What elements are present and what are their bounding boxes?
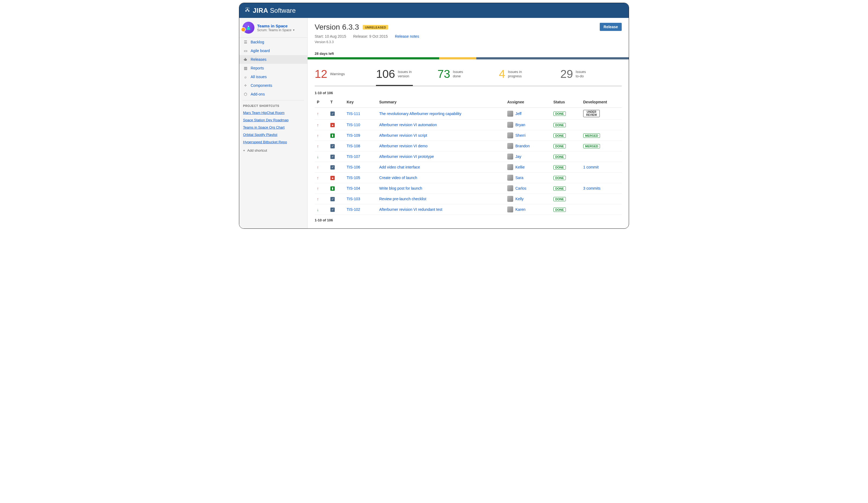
issuetype-icon: ✓ bbox=[330, 165, 335, 170]
issue-key-link[interactable]: TIS-104 bbox=[347, 186, 360, 191]
dev-commits-link[interactable]: 1 commit bbox=[583, 165, 599, 169]
add-shortcut[interactable]: + Add shortcut bbox=[239, 146, 307, 155]
issue-summary-link[interactable]: Afterburner revision VI automation bbox=[379, 123, 437, 127]
status-badge: DONE bbox=[553, 112, 566, 116]
assignee-link[interactable]: Jay bbox=[515, 154, 521, 159]
dev-commits-link[interactable]: 3 commits bbox=[583, 186, 601, 191]
sidebar: Teams in Space Scrum: Teams in Space▼ ☰B… bbox=[239, 18, 308, 228]
stat-tab[interactable]: 106Issues inversion bbox=[376, 66, 437, 85]
status-badge: DONE bbox=[553, 144, 566, 148]
dev-merged-badge[interactable]: MERGED bbox=[583, 144, 600, 148]
priority-icon: ↑ bbox=[317, 186, 319, 191]
priority-icon: ↑ bbox=[317, 111, 319, 116]
stat-label: Issues inversion bbox=[397, 70, 412, 78]
issue-key-link[interactable]: TIS-109 bbox=[347, 133, 360, 137]
plus-icon: + bbox=[243, 148, 245, 153]
dev-merged-badge[interactable]: MERGED bbox=[583, 133, 600, 138]
issuetype-icon: ✓ bbox=[330, 144, 335, 148]
assignee-link[interactable]: Kelly bbox=[515, 197, 524, 201]
sidebar-item-add-ons[interactable]: ⬡Add-ons bbox=[239, 90, 307, 99]
assignee-link[interactable]: Carlos bbox=[515, 186, 526, 191]
issuetype-icon: ✓ bbox=[330, 112, 335, 116]
assignee-link[interactable]: Karen bbox=[515, 207, 525, 212]
assignee-link[interactable]: Jeff bbox=[515, 112, 521, 116]
stat-label: Issues inprogress bbox=[508, 70, 522, 78]
col-assignee[interactable]: Assignee bbox=[505, 97, 551, 108]
issue-key-link[interactable]: TIS-111 bbox=[347, 112, 360, 116]
issue-summary-link[interactable]: Review pre-launch checklist bbox=[379, 197, 426, 201]
issuetype-icon: ● bbox=[330, 123, 335, 127]
col-development[interactable]: Development bbox=[581, 97, 622, 108]
shortcut-link[interactable]: Space Station Dev Roadmap bbox=[239, 116, 307, 124]
assignee-cell[interactable]: Sara bbox=[507, 175, 549, 181]
status-badge: DONE bbox=[553, 207, 566, 212]
issue-key-link[interactable]: TIS-108 bbox=[347, 144, 360, 148]
assignee-cell[interactable]: Carlos bbox=[507, 185, 549, 191]
issue-key-link[interactable]: TIS-103 bbox=[347, 197, 360, 201]
col-key[interactable]: Key bbox=[344, 97, 377, 108]
assignee-link[interactable]: Sherri bbox=[515, 133, 525, 137]
issue-summary-link[interactable]: Afterburner revision VI script bbox=[379, 133, 427, 137]
stat-tab[interactable]: 4Issues inprogress bbox=[499, 66, 560, 85]
issuetype-icon: ▮ bbox=[330, 133, 335, 138]
assignee-link[interactable]: Sara bbox=[515, 176, 524, 180]
sidebar-item-releases[interactable]: ⛴Releases bbox=[239, 55, 307, 64]
app-logo[interactable]: JIRA Software bbox=[244, 7, 296, 14]
col-status[interactable]: Status bbox=[551, 97, 581, 108]
assignee-cell[interactable]: Sherri bbox=[507, 132, 549, 138]
progress-inprogress-segment bbox=[439, 57, 476, 59]
release-date: Release: 9 Oct 2015 bbox=[353, 34, 388, 39]
sidebar-item-agile-board[interactable]: ▭Agile board bbox=[239, 47, 307, 55]
stat-tab[interactable]: 73Issuesdone bbox=[437, 66, 499, 85]
sidebar-item-components[interactable]: ✧Components bbox=[239, 81, 307, 90]
release-button[interactable]: Release bbox=[600, 23, 622, 31]
stat-number: 73 bbox=[437, 68, 450, 81]
issue-key-link[interactable]: TIS-105 bbox=[347, 176, 360, 180]
shortcut-link[interactable]: Teams in Space Org Chart bbox=[239, 124, 307, 131]
sidebar-item-reports[interactable]: ▥Reports bbox=[239, 64, 307, 72]
assignee-cell[interactable]: Kelly bbox=[507, 196, 549, 202]
col-summary[interactable]: Summary bbox=[377, 97, 505, 108]
table-row: ↑ ▮ TIS-109 Afterburner revision VI scri… bbox=[315, 130, 622, 141]
col-type[interactable]: T bbox=[328, 97, 344, 108]
project-switcher[interactable]: Teams in Space Scrum: Teams in Space▼ bbox=[239, 18, 307, 38]
assignee-cell[interactable]: Jay bbox=[507, 154, 549, 160]
avatar bbox=[507, 164, 513, 170]
issue-summary-link[interactable]: Write blog post for launch bbox=[379, 186, 422, 191]
release-notes-link[interactable]: Release notes bbox=[395, 34, 419, 39]
assignee-cell[interactable]: Karen bbox=[507, 206, 549, 213]
issue-summary-link[interactable]: Afterburner revision VI demo bbox=[379, 144, 427, 148]
assignee-link[interactable]: Kellie bbox=[515, 165, 525, 169]
issue-key-link[interactable]: TIS-107 bbox=[347, 154, 360, 159]
issue-key-link[interactable]: TIS-110 bbox=[347, 123, 360, 127]
assignee-cell[interactable]: Kellie bbox=[507, 164, 549, 170]
status-badge: DONE bbox=[553, 155, 566, 159]
assignee-cell[interactable]: Jeff bbox=[507, 111, 549, 117]
stat-tab[interactable]: 12Warnings bbox=[315, 66, 376, 85]
sidebar-item-all-issues[interactable]: ⌕All issues bbox=[239, 72, 307, 81]
status-badge: DONE bbox=[553, 197, 566, 201]
issue-summary-link[interactable]: Add video chat interface bbox=[379, 165, 420, 169]
stat-tab[interactable]: 29Issuesto-do bbox=[560, 66, 622, 85]
issue-summary-link[interactable]: Afterburner revision VI redundant test bbox=[379, 207, 442, 212]
issue-summary-link[interactable]: Afterburner revision VI prototype bbox=[379, 154, 434, 159]
assignee-cell[interactable]: Brandon bbox=[507, 143, 549, 149]
release-stats: 12Warnings106Issues inversion73Issuesdon… bbox=[315, 66, 622, 85]
assignee-link[interactable]: Brandon bbox=[515, 144, 530, 148]
issue-summary-link[interactable]: The revolutionary Afterburner reporting … bbox=[379, 112, 462, 116]
col-priority[interactable]: P bbox=[315, 97, 328, 108]
shortcut-link[interactable]: Hyperspeed Bitbucket Repo bbox=[239, 138, 307, 146]
issue-summary-link[interactable]: Create video of launch bbox=[379, 176, 417, 180]
table-row: ↑ ● TIS-110 Afterburner revision VI auto… bbox=[315, 120, 622, 130]
avatar bbox=[507, 196, 513, 202]
shortcut-link[interactable]: Orbital Spotify Playlist bbox=[239, 131, 307, 138]
shortcut-link[interactable]: Mars Team HipChat Room bbox=[239, 109, 307, 116]
dev-under-review-badge[interactable]: UNDERREVIEW bbox=[583, 110, 600, 117]
progress-todo-segment bbox=[476, 57, 629, 59]
sidebar-item-backlog[interactable]: ☰Backlog bbox=[239, 38, 307, 47]
issue-key-link[interactable]: TIS-102 bbox=[347, 207, 360, 212]
assignee-link[interactable]: Bryan bbox=[515, 123, 525, 127]
assignee-cell[interactable]: Bryan bbox=[507, 122, 549, 128]
avatar bbox=[507, 175, 513, 181]
issue-key-link[interactable]: TIS-106 bbox=[347, 165, 360, 169]
